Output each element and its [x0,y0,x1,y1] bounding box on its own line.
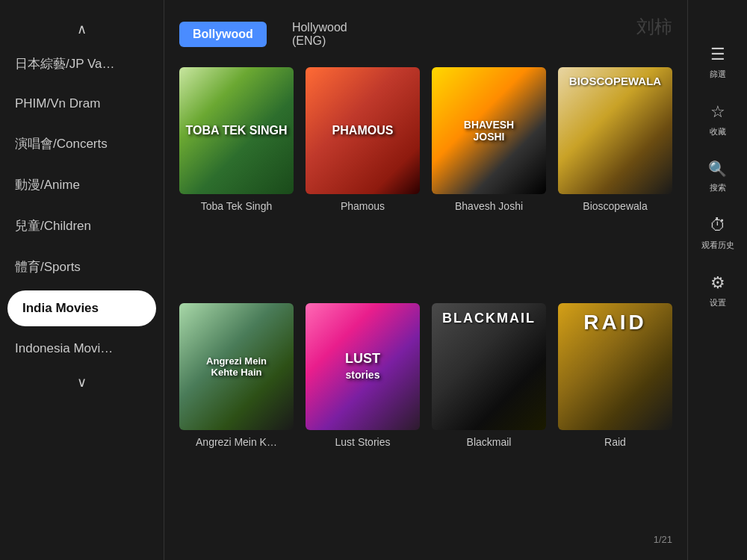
movie-poster-lust: LUSTstories [306,303,420,430]
movie-poster-blackmail: BLACKMAIL [432,303,546,430]
movie-poster-phamous: PHAMOUS [306,67,420,194]
movie-title-bhavesh: Bhavesh Joshi [432,200,546,212]
movie-title-lust: Lust Stories [306,436,420,448]
sidebar: ∧ 日本綜藝/JP Va… PHIM/Vn Dram 演唱會/Concerts … [0,0,164,560]
sidebar-item-jp-variety[interactable]: 日本綜藝/JP Va… [0,43,164,84]
movie-title-blackmail: Blackmail [432,436,546,448]
movie-title-angrezi: Angrezi Mein K… [179,436,294,448]
category-tabs: Bollywood Hollywood(ENG) [179,15,672,54]
settings-icon: ⚙ [710,273,725,293]
star-icon: ☆ [710,102,725,122]
filter-icon: ☰ [710,45,725,64]
tab-hollywood[interactable]: Hollywood(ENG) [279,15,361,54]
movie-card-bhavesh[interactable]: BHAVESHJOSHI Bhavesh Joshi [432,67,546,291]
movie-card-lust-stories[interactable]: LUSTstories Lust Stories [306,303,420,527]
sidebar-item-vn-drama[interactable]: PHIM/Vn Dram [0,84,164,123]
right-toolbar: ☰ 篩選 ☆ 收藏 🔍 搜索 ⏱ 观看历史 ⚙ 设置 [687,0,747,560]
movie-poster-angrezi: Angrezi MeinKehte Hain [179,303,294,430]
search-button[interactable]: 🔍 搜索 [708,160,727,193]
movie-poster-toba: TOBA TEK SINGH [179,67,294,194]
movie-poster-bioscopewala: BIOSCOPEWALA [558,67,672,194]
sidebar-item-children[interactable]: 兒童/Children [0,205,164,246]
movie-card-phamous[interactable]: PHAMOUS Phamous [306,67,420,291]
favorites-button[interactable]: ☆ 收藏 [710,102,726,137]
movie-card-angrezi[interactable]: Angrezi MeinKehte Hain Angrezi Mein K… [179,303,294,527]
movie-card-blackmail[interactable]: BLACKMAIL Blackmail [432,303,546,527]
sidebar-up-arrow[interactable]: ∧ [0,15,164,43]
filter-button[interactable]: ☰ 篩選 [710,45,726,80]
movie-title-raid: Raid [558,436,672,448]
movie-poster-bhavesh: BHAVESHJOSHI [432,67,546,194]
page-indicator: 1/21 [179,534,672,545]
movie-grid: TOBA TEK SINGH Toba Tek Singh PHAMOUS Ph… [179,67,672,526]
history-icon: ⏱ [710,216,726,235]
filter-label: 篩選 [710,69,726,80]
movie-title-bioscopewala: Bioscopewala [558,200,672,212]
movie-card-toba-tek-singh[interactable]: TOBA TEK SINGH Toba Tek Singh [179,67,294,291]
sidebar-down-arrow[interactable]: ∨ [0,368,164,396]
movie-title-phamous: Phamous [306,200,420,212]
settings-label: 设置 [710,297,726,308]
sidebar-item-indonesia-movies[interactable]: Indonesia Movi… [0,329,164,368]
movie-poster-raid: RAID [558,303,672,430]
favorites-label: 收藏 [710,126,726,137]
sidebar-item-sports[interactable]: 體育/Sports [0,246,164,287]
movie-card-raid[interactable]: RAID Raid [558,303,672,527]
history-label: 观看历史 [701,240,734,251]
movie-card-bioscopewala[interactable]: BIOSCOPEWALA Bioscopewala [558,67,672,291]
tab-bollywood[interactable]: Bollywood [179,22,267,47]
decorative-text: 刘柿 [636,15,672,39]
movie-title-toba: Toba Tek Singh [179,200,294,212]
search-label: 搜索 [710,182,726,193]
main-content: Bollywood Hollywood(ENG) TOBA TEK SINGH … [164,0,687,560]
history-button[interactable]: ⏱ 观看历史 [701,216,734,251]
sidebar-item-india-movies[interactable]: India Movies [7,290,156,326]
sidebar-item-anime[interactable]: 動漫/Anime [0,164,164,205]
sidebar-item-concerts[interactable]: 演唱會/Concerts [0,123,164,164]
search-icon: 🔍 [708,160,727,178]
settings-button[interactable]: ⚙ 设置 [710,273,726,308]
